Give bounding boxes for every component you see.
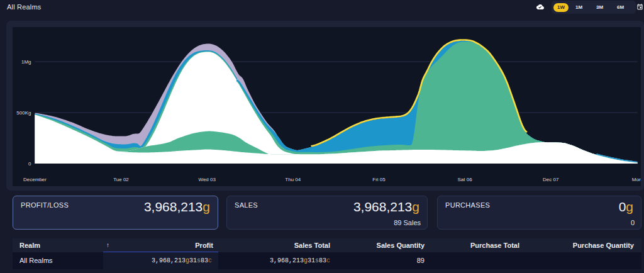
svg-text:500Kg: 500Kg [16, 110, 31, 116]
svg-text:Fri 05: Fri 05 [372, 177, 386, 182]
svg-text:Dec 07: Dec 07 [543, 177, 559, 182]
svg-text:Sat 06: Sat 06 [458, 177, 473, 182]
svg-text:Tue 02: Tue 02 [113, 177, 129, 182]
svg-text:Thu 04: Thu 04 [285, 177, 301, 182]
svg-text:1Mg: 1Mg [21, 59, 31, 65]
svg-text:Wed 03: Wed 03 [198, 177, 216, 182]
svg-text:December: December [23, 177, 47, 182]
svg-text:0: 0 [28, 161, 31, 167]
svg-text:Mon: Mon [632, 177, 641, 182]
